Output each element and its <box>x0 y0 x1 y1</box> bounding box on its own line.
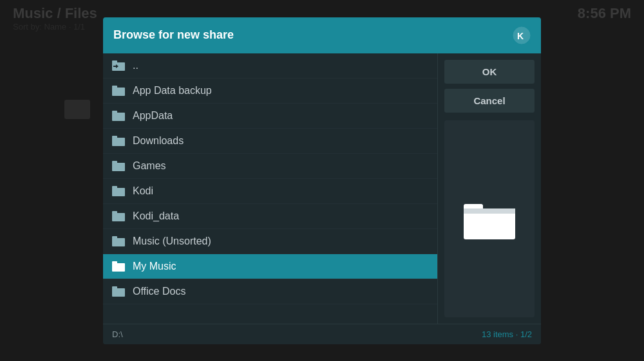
svg-rect-15 <box>112 211 117 214</box>
folder-icon <box>112 161 125 171</box>
svg-rect-8 <box>112 138 125 146</box>
svg-rect-12 <box>112 188 125 196</box>
list-item-appdata[interactable]: AppData <box>103 104 437 129</box>
list-item-kodidata[interactable]: Kodi_data <box>103 204 437 229</box>
background-subtitle: Sort by: Name · 1/1 <box>13 22 85 32</box>
svg-rect-6 <box>112 113 125 121</box>
list-item-label: Downloads <box>133 135 184 147</box>
dialog-body: .. App Data backup AppData <box>103 53 541 324</box>
file-list[interactable]: .. App Data backup AppData <box>103 53 437 324</box>
list-item-downloads[interactable]: Downloads <box>103 129 437 154</box>
svg-rect-4 <box>112 88 125 96</box>
background-time: 8:56 PM <box>578 5 631 22</box>
svg-rect-7 <box>112 111 117 113</box>
svg-rect-17 <box>112 236 117 239</box>
folder-icon <box>112 236 125 246</box>
svg-rect-16 <box>112 238 125 246</box>
item-count: 13 items · 1/2 <box>482 329 532 339</box>
list-item-musicunsorted[interactable]: Music (Unsorted) <box>103 229 437 254</box>
background-title: Music / Files <box>13 5 97 22</box>
svg-rect-20 <box>112 288 125 297</box>
svg-rect-11 <box>112 161 117 163</box>
list-item-officedocs[interactable]: Office Docs <box>103 279 437 304</box>
svg-rect-24 <box>464 208 515 214</box>
list-item-appdatabackup[interactable]: App Data backup <box>103 79 437 104</box>
svg-rect-14 <box>112 213 125 221</box>
file-list-container: .. App Data backup AppData <box>103 53 438 324</box>
list-item-label: Kodi_data <box>133 210 179 222</box>
list-item-label: AppData <box>133 110 173 122</box>
list-item-label: Office Docs <box>133 286 185 297</box>
folder-icon <box>112 86 125 96</box>
svg-rect-21 <box>112 286 117 289</box>
list-item-mymusic[interactable]: My Music <box>103 254 437 279</box>
folder-icon <box>112 136 125 146</box>
svg-rect-5 <box>112 86 117 88</box>
list-item-label: Kodi <box>133 185 153 197</box>
dialog-header: Browse for new share K <box>103 17 541 53</box>
current-path: D:\ <box>112 329 123 339</box>
list-item-label: .. <box>133 60 138 71</box>
svg-text:K: K <box>517 31 524 41</box>
ok-button[interactable]: OK <box>444 60 535 84</box>
folder-icon <box>112 261 125 272</box>
folder-icon <box>112 286 125 297</box>
dialog-title: Browse for new share <box>113 28 234 42</box>
dialog-sidebar: OK Cancel <box>438 53 541 324</box>
list-item-kodi[interactable]: Kodi <box>103 179 437 204</box>
svg-rect-18 <box>112 263 125 272</box>
svg-rect-3 <box>112 60 117 63</box>
folder-icon <box>112 211 125 221</box>
list-item-label: Music (Unsorted) <box>133 236 211 247</box>
dialog-footer: D:\ 13 items · 1/2 <box>103 324 541 344</box>
folder-up-icon <box>112 60 125 71</box>
list-item-parent[interactable]: .. <box>103 53 437 79</box>
list-item-label: App Data backup <box>133 85 212 97</box>
folder-preview-icon <box>460 194 518 243</box>
list-item-label: Games <box>133 160 166 172</box>
browse-dialog: Browse for new share K .. <box>103 17 541 344</box>
svg-rect-10 <box>112 163 125 171</box>
list-item-games[interactable]: Games <box>103 154 437 179</box>
cancel-button[interactable]: Cancel <box>444 89 535 113</box>
folder-icon <box>112 111 125 121</box>
svg-rect-9 <box>112 136 117 138</box>
kodi-logo-icon: K <box>513 26 531 44</box>
background-nav-button <box>64 100 90 119</box>
folder-preview <box>444 120 535 317</box>
list-item-label: My Music <box>133 261 176 272</box>
folder-icon <box>112 186 125 196</box>
svg-rect-13 <box>112 186 117 189</box>
svg-rect-19 <box>112 261 117 264</box>
